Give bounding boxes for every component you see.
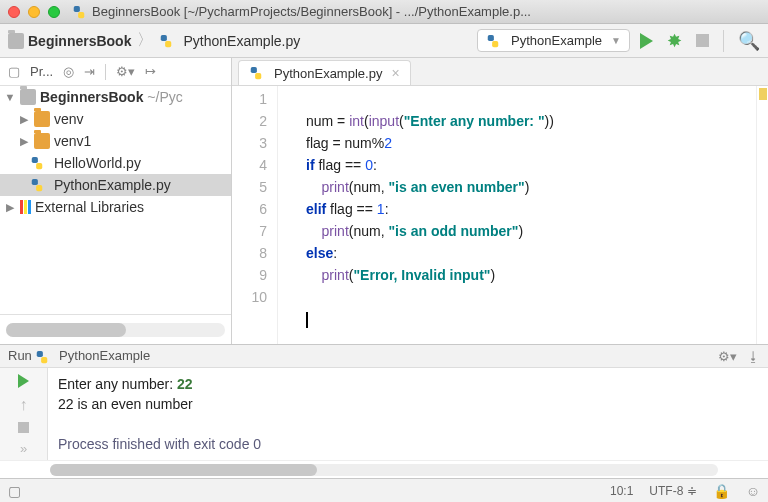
tree-item-venv[interactable]: ▶ venv — [0, 108, 231, 130]
status-bar: ▢ 10:1 UTF-8 ≑ 🔒 ☺ — [0, 478, 768, 502]
python-file-icon — [249, 66, 263, 80]
inspector-icon[interactable]: ☺ — [746, 483, 760, 499]
search-button[interactable]: 🔍 — [738, 30, 760, 52]
sidebar-toolbar: ▢ Pr... ◎ ⇥ ⚙▾ ↦ — [0, 58, 231, 86]
target-icon[interactable]: ◎ — [63, 64, 74, 79]
nav-toolbar: BeginnersBook 〉 PythonExample.py PythonE… — [0, 24, 768, 58]
hide-icon[interactable]: ↦ — [145, 64, 156, 79]
lock-icon[interactable]: 🔒 — [713, 483, 730, 499]
svg-rect-9 — [36, 185, 42, 191]
scrollbar-thumb[interactable] — [6, 323, 126, 337]
console-scrollbar[interactable] — [0, 460, 768, 478]
run-panel-config: PythonExample — [59, 348, 150, 363]
titlebar: BeginnersBook [~/PycharmProjects/Beginne… — [0, 0, 768, 24]
tree-root[interactable]: ▼ BeginnersBook ~/Pyc — [0, 86, 231, 108]
main-area: ▢ Pr... ◎ ⇥ ⚙▾ ↦ ▼ BeginnersBook ~/Pyc ▶… — [0, 58, 768, 344]
run-panel: Run PythonExample ⚙▾ ⭳ ↑ » Enter any num… — [0, 344, 768, 478]
minimize-window-button[interactable] — [28, 6, 40, 18]
window-controls — [8, 6, 60, 18]
separator — [105, 64, 106, 80]
svg-rect-2 — [161, 34, 167, 40]
toolwindow-icon[interactable]: ▢ — [8, 483, 21, 499]
scrollbar-thumb[interactable] — [50, 464, 317, 476]
tree-item-pythonexample[interactable]: PythonExample.py — [0, 174, 231, 196]
maximize-window-button[interactable] — [48, 6, 60, 18]
python-file-icon — [159, 34, 173, 48]
editor-tab-label: PythonExample.py — [274, 66, 382, 81]
tree-item-helloworld[interactable]: HelloWorld.py — [0, 152, 231, 174]
up-arrow-icon[interactable]: ↑ — [20, 396, 28, 414]
expand-icon[interactable]: » — [20, 441, 27, 456]
stop-button[interactable] — [696, 34, 709, 47]
chevron-down-icon: ▼ — [611, 35, 621, 46]
python-file-icon — [486, 34, 500, 48]
python-file-icon — [30, 156, 44, 170]
rerun-button[interactable] — [18, 374, 29, 388]
run-button[interactable] — [640, 33, 653, 49]
breadcrumb-root[interactable]: BeginnersBook — [8, 33, 131, 49]
gear-icon[interactable]: ⚙▾ — [718, 349, 737, 364]
svg-rect-7 — [36, 163, 42, 169]
close-tab-icon[interactable]: × — [391, 65, 399, 81]
svg-rect-5 — [492, 41, 498, 47]
code-text[interactable]: num = int(input("Enter any number: ")) f… — [278, 86, 756, 344]
svg-rect-6 — [32, 157, 38, 163]
app-icon — [72, 5, 86, 19]
separator — [723, 30, 724, 52]
sidebar-panel-label: Pr... — [30, 64, 53, 79]
cursor-position[interactable]: 10:1 — [610, 484, 633, 498]
folder-icon — [34, 111, 50, 127]
svg-rect-13 — [42, 357, 48, 363]
gear-icon[interactable]: ⚙▾ — [116, 64, 135, 79]
chevron-right-icon[interactable]: ▶ — [18, 113, 30, 126]
tree-root-path: ~/Pyc — [147, 89, 182, 105]
sidebar-scrollbar[interactable] — [0, 314, 231, 344]
folder-icon — [20, 89, 36, 105]
libraries-icon — [20, 200, 31, 214]
svg-rect-4 — [488, 34, 494, 40]
project-tree[interactable]: ▼ BeginnersBook ~/Pyc ▶ venv ▶ venv1 Hel… — [0, 86, 231, 314]
stop-run-button[interactable] — [18, 422, 29, 433]
svg-rect-8 — [32, 179, 38, 185]
svg-rect-10 — [251, 67, 257, 73]
chevron-down-icon[interactable]: ▼ — [4, 91, 16, 103]
project-sidebar: ▢ Pr... ◎ ⇥ ⚙▾ ↦ ▼ BeginnersBook ~/Pyc ▶… — [0, 58, 232, 344]
close-window-button[interactable] — [8, 6, 20, 18]
svg-rect-0 — [74, 5, 80, 11]
svg-rect-1 — [78, 12, 84, 18]
tree-item-label: venv — [54, 111, 84, 127]
run-panel-title: Run — [8, 348, 32, 363]
line-gutter: 12345678910 — [232, 86, 278, 344]
editor-tabbar: PythonExample.py × — [232, 58, 768, 86]
chevron-right-icon[interactable]: ▶ — [18, 135, 30, 148]
breadcrumb-file[interactable]: PythonExample.py — [159, 33, 300, 49]
run-config-name: PythonExample — [511, 33, 602, 48]
chevron-right-icon[interactable]: ▶ — [4, 201, 16, 214]
tree-root-name: BeginnersBook — [40, 89, 143, 105]
warning-marker[interactable] — [759, 88, 767, 100]
tree-item-label: External Libraries — [35, 199, 144, 215]
marker-stripe — [756, 86, 768, 344]
tree-item-label: PythonExample.py — [54, 177, 171, 193]
python-file-icon — [35, 350, 49, 364]
svg-rect-11 — [255, 73, 261, 79]
window-title: BeginnersBook [~/PycharmProjects/Beginne… — [92, 4, 760, 19]
debug-button[interactable]: ✸ — [667, 30, 682, 52]
code-area[interactable]: 12345678910 num = int(input("Enter any n… — [232, 86, 768, 344]
tree-item-label: venv1 — [54, 133, 91, 149]
download-icon[interactable]: ⭳ — [747, 349, 760, 364]
run-config-selector[interactable]: PythonExample ▼ — [477, 29, 630, 52]
python-file-icon — [30, 178, 44, 192]
file-encoding[interactable]: UTF-8 ≑ — [649, 484, 696, 498]
window-icon[interactable]: ▢ — [8, 64, 20, 79]
svg-rect-3 — [166, 41, 172, 47]
tree-external-libs[interactable]: ▶ External Libraries — [0, 196, 231, 218]
run-gutter: ↑ » — [0, 368, 48, 460]
editor-tab[interactable]: PythonExample.py × — [238, 60, 411, 85]
collapse-icon[interactable]: ⇥ — [84, 64, 95, 79]
folder-icon — [8, 33, 24, 49]
tree-item-venv1[interactable]: ▶ venv1 — [0, 130, 231, 152]
run-panel-header: Run PythonExample ⚙▾ ⭳ — [0, 345, 768, 368]
breadcrumb-file-label: PythonExample.py — [183, 33, 300, 49]
console-output[interactable]: Enter any number: 22 22 is an even numbe… — [48, 368, 768, 460]
